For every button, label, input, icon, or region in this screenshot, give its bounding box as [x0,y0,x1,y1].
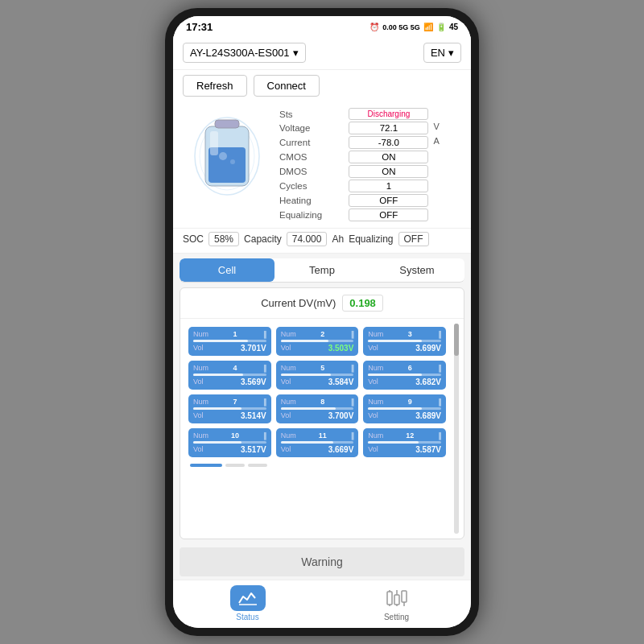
dv-value: 0.198 [342,295,383,312]
language-label: EN [431,47,445,59]
svg-rect-3 [215,120,239,128]
svg-rect-13 [394,595,399,605]
nav-status-label: Status [236,613,258,621]
capacity-unit: Ah [332,233,344,245]
info-section: Sts Discharging Voltage 72.1 V Current -… [173,101,471,229]
warning-bar: Warning [180,547,464,576]
cells-scroll[interactable]: Num 1 ▐ Vol 3.701V Num 2 ▐ Vol 3.503V Nu… [185,324,449,534]
cell-card-6: Num 6 ▐ Vol 3.682V [363,361,446,390]
scrollbar-thumb [454,324,459,356]
status-icon-bg [230,585,266,611]
battery-image [183,108,271,204]
dmos-value: ON [349,165,428,178]
soc-row: SOC 58% Capacity 74.000 Ah Equalizing OF… [173,229,471,254]
device-id: AY-L24S300A-ES001 [190,47,290,59]
voltage-unit: V [433,122,461,134]
bottom-nav: Status Setting [173,580,471,628]
alarm-icon: ⏰ [369,23,379,31]
current-label: Current [279,136,344,149]
tabs: Cell Temp System [180,258,464,283]
tab-cell[interactable]: Cell [180,258,275,282]
device-dropdown-icon: ▾ [293,47,299,59]
svg-rect-16 [402,591,407,602]
status-bar: 17:31 ⏰ 0.00 5G 5G 📶 🔋 45 [173,16,471,36]
svg-point-8 [230,159,235,164]
phone-frame: 17:31 ⏰ 0.00 5G 5G 📶 🔋 45 AY-L24S300A-ES… [165,8,479,636]
stats-grid: Sts Discharging Voltage 72.1 V Current -… [279,108,461,221]
phone-screen: 17:31 ⏰ 0.00 5G 5G 📶 🔋 45 AY-L24S300A-ES… [173,16,471,628]
soc-label: SOC [183,233,204,245]
tab-temp[interactable]: Temp [275,258,369,282]
heating-value: OFF [349,194,428,207]
nav-status[interactable]: Status [173,585,322,621]
nav-setting-label: Setting [384,613,409,621]
current-value: -78.0 [349,136,428,149]
lang-dropdown-icon: ▾ [448,47,454,59]
settings-icon [386,588,408,608]
cmos-label: CMOS [279,151,344,163]
dmos-label: DMOS [279,165,344,178]
wifi-icon: 📶 [423,23,433,31]
cmos-value: ON [349,151,428,163]
cell-card-10: Num 10 ▐ Vol 3.517V [188,428,271,457]
cell-card-11: Num 11 ▐ Vol 3.669V [276,428,359,457]
dv-label: Current DV(mV) [261,297,336,309]
cycles-label: Cycles [279,180,344,192]
status-chart-icon [237,590,258,606]
button-bar: Refresh Connect [173,70,471,101]
current-unit: A [433,136,461,149]
battery-icon: 🔋 [436,23,446,31]
cell-card-1: Num 1 ▐ Vol 3.701V [188,327,271,356]
cell-card-5: Num 5 ▐ Vol 3.584V [276,361,359,390]
voltage-value: 72.1 [349,122,428,134]
language-selector[interactable]: EN ▾ [423,43,461,63]
scroll-dot-1 [225,464,245,467]
setting-icon-plain [379,585,415,611]
soc-value: 58% [208,232,239,246]
sts-label: Sts [279,108,344,120]
status-icons: ⏰ 0.00 5G 5G 📶 🔋 45 [369,23,458,31]
capacity-value: 74.000 [287,232,328,246]
voltage-label: Voltage [279,122,344,134]
capacity-label: Capacity [244,233,282,245]
cell-card-7: Num 7 ▐ Vol 3.514V [188,394,271,423]
cell-panel: Current DV(mV) 0.198 Num 1 ▐ Vol 3.701V … [180,287,464,539]
equalizing-row-value: OFF [398,232,429,246]
refresh-button[interactable]: Refresh [183,75,247,97]
equalizing-label: Equalizing [279,208,344,221]
scroll-dot-active [190,464,222,467]
svg-point-7 [219,152,227,160]
cell-card-4: Num 4 ▐ Vol 3.569V [188,361,271,390]
nav-setting[interactable]: Setting [322,585,471,621]
cycles-value: 1 [349,180,428,192]
scrollbar-track[interactable] [454,324,459,534]
dv-row: Current DV(mV) 0.198 [180,288,464,319]
top-bar: AY-L24S300A-ES001 ▾ EN ▾ [173,36,471,70]
connect-button[interactable]: Connect [254,75,320,97]
status-time: 17:31 [186,21,213,33]
tab-system[interactable]: System [369,258,464,282]
cells-area: Num 1 ▐ Vol 3.701V Num 2 ▐ Vol 3.503V Nu… [180,319,464,539]
cell-card-12: Num 12 ▐ Vol 3.587V [363,428,446,457]
cells-grid: Num 1 ▐ Vol 3.701V Num 2 ▐ Vol 3.503V Nu… [185,324,449,460]
scroll-dot-2 [248,464,267,467]
svg-rect-6 [210,131,218,155]
signal-icon: 0.00 5G 5G [382,23,420,31]
sts-value: Discharging [349,108,428,120]
heating-label: Heating [279,194,344,207]
cell-card-8: Num 8 ▐ Vol 3.700V [276,394,359,423]
device-selector[interactable]: AY-L24S300A-ES001 ▾ [183,43,306,63]
scroll-indicator [185,460,449,470]
equalizing-value: OFF [349,208,428,221]
cell-card-9: Num 9 ▐ Vol 3.689V [363,394,446,423]
app-content: AY-L24S300A-ES001 ▾ EN ▾ Refresh Connect [173,36,471,580]
equalizing-row-label: Equalizing [349,233,393,245]
cell-card-2: Num 2 ▐ Vol 3.503V [276,327,359,356]
svg-rect-10 [387,592,392,605]
battery-level: 45 [449,23,458,31]
cell-card-3: Num 3 ▐ Vol 3.699V [363,327,446,356]
